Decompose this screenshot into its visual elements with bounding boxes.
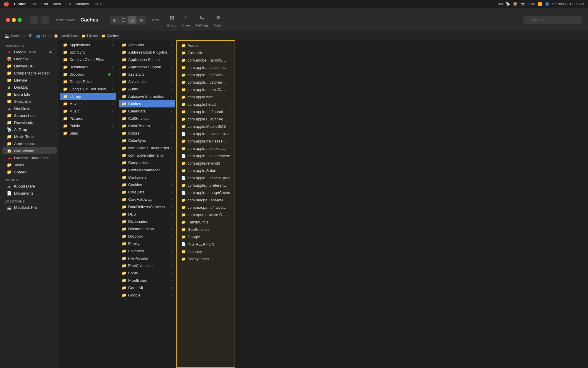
window-close-btn[interactable]	[6, 18, 10, 22]
window-maximize-btn[interactable]	[18, 18, 22, 22]
menubar-finder[interactable]: Finder	[14, 2, 26, 6]
back-button[interactable]: ‹	[30, 16, 38, 24]
column-item[interactable]: 📁Family›	[119, 240, 175, 247]
menubar-edit[interactable]: Edit	[41, 2, 48, 6]
column-item[interactable]: 📁Movies›	[60, 100, 116, 107]
column-item[interactable]: 📁Application Support›	[119, 63, 175, 71]
sidebar-item-evankillham[interactable]: 🏠 evankillham	[2, 147, 57, 154]
column-item[interactable]: 📁Google Dri...not syncing)›	[60, 85, 116, 93]
column-item[interactable]: 📁Public›	[60, 122, 116, 130]
column-item[interactable]: 📁Favorites›	[119, 247, 175, 255]
column-item[interactable]: 📁SentryCrash›	[178, 255, 233, 263]
column-item[interactable]: 📁Dropbox›	[119, 233, 175, 240]
column-item[interactable]: 📁com.apple.helpd›	[178, 101, 233, 108]
sidebar-item-documents[interactable]: 📄 Documents	[2, 190, 57, 197]
column-item[interactable]: 📁Applications›	[60, 41, 116, 49]
menubar-help[interactable]: Help	[94, 2, 102, 6]
menubar-file[interactable]: File	[31, 2, 37, 6]
view-column-btn[interactable]: ⊟	[128, 16, 136, 24]
window-minimize-btn[interactable]	[12, 18, 16, 22]
column-item[interactable]: 📁CallServices›	[119, 115, 175, 122]
column-item[interactable]: 📁GameKit›	[119, 284, 175, 291]
column-item[interactable]: 📁com.opera...tware.Opera›	[178, 211, 233, 218]
column-item[interactable]: 📁com.apple....preferences›	[178, 182, 233, 189]
column-item[interactable]: 📁Documentation›	[119, 225, 175, 233]
view-icon-btn[interactable]: ⊞	[111, 16, 119, 24]
column-item[interactable]: 📄INSTALLATION	[178, 241, 233, 248]
column-item[interactable]: 📁Dictionaries›	[119, 218, 175, 225]
column-item[interactable]: 📁ContainerManager›	[119, 166, 175, 174]
sidebar-item-sketchup[interactable]: 📁 SketchUp	[2, 98, 57, 105]
column-item[interactable]: 📁FamilyCircle›	[178, 218, 233, 226]
pathbar-macintosh-hd[interactable]: 💻 Macintosh HD	[5, 34, 32, 38]
column-item[interactable]: 📁Music›	[60, 107, 116, 115]
column-item[interactable]: 📁com.apple.i...ationAgent›	[178, 115, 233, 123]
column-item[interactable]: 📁Application Scripts›	[119, 56, 175, 63]
column-item[interactable]: 📁com.apple.bird›	[178, 93, 233, 101]
column-item[interactable]: 📁com.apple....pstoreagent›	[178, 79, 233, 86]
column-item[interactable]: 📁com.apple....nfigurations›	[178, 108, 233, 115]
pathbar-evankillham[interactable]: 🏠 evankillham	[54, 34, 78, 38]
sidebar-item-shared[interactable]: 📁 Shared	[2, 168, 57, 175]
column-item[interactable]: 📄com.apple....mageCache	[178, 189, 233, 196]
column-item[interactable]: 📁Address Book Plug-Ins›	[119, 49, 175, 56]
column-item[interactable]: 📁Pictures›	[60, 115, 116, 122]
column-item[interactable]: 📁com.macpa...anMyMac4›	[178, 196, 233, 204]
column-item[interactable]: 📁Autosave Information›	[119, 93, 175, 100]
column-item[interactable]: 📁Colors›	[119, 130, 175, 137]
sidebar-item-macbook-pro[interactable]: 💻 MacBook Pro	[2, 204, 57, 211]
column-item[interactable]: 📁Dropbox›	[60, 71, 116, 78]
pathbar-caches[interactable]: 📁 Caches	[101, 34, 119, 38]
forward-button[interactable]: ›	[41, 16, 49, 24]
column-item[interactable]: 📁com.apple.i...archpartyd›	[119, 144, 175, 152]
column-item[interactable]: 📁Calendars›	[119, 107, 175, 115]
column-item[interactable]: 📁Box Sync›	[60, 49, 116, 56]
column-item[interactable]: 📁ColorPickers›	[119, 122, 175, 130]
pathbar-library[interactable]: 📁 Library	[81, 34, 98, 38]
toolbar-share-btn[interactable]: ↑ Share	[181, 13, 191, 27]
column-item[interactable]: 📁com.apple.internal.ck›	[119, 152, 175, 159]
column-item[interactable]: 📁Assistants›	[119, 78, 175, 85]
sidebar-item-lifewire[interactable]: 📁 Lifewire	[2, 77, 57, 84]
sidebar-item-desktop[interactable]: 🖥 Desktop	[2, 84, 57, 91]
column-item[interactable]: 📁DataDeliveryServices›	[119, 203, 175, 210]
column-item[interactable]: 📁CloudKit	[178, 49, 233, 57]
sidebar-item-extra-life[interactable]: 📁 Extra Life	[2, 91, 57, 98]
column-item[interactable]: 📁Audio›	[119, 85, 175, 93]
sidebar-item-downloads[interactable]: 📁 Downloads	[2, 119, 57, 126]
column-item[interactable]: 📁com.apple.MobileSMS›	[178, 123, 233, 130]
column-item[interactable]: 📁Compositions›	[119, 159, 175, 166]
menubar-view[interactable]: View	[53, 2, 61, 6]
sidebar-item-airdrop[interactable]: 📡 AirDrop	[2, 126, 57, 133]
menubar-go[interactable]: Go	[66, 2, 71, 6]
column-item[interactable]: 📁Cookies›	[119, 181, 175, 188]
column-item[interactable]: 📁Google›	[119, 291, 175, 299]
sidebar-item-taxes[interactable]: 📁 Taxes	[2, 161, 57, 168]
column-item[interactable]: 📁Downloads›	[60, 63, 116, 71]
column-item[interactable]: 📁DES›	[119, 210, 175, 218]
sidebar-item-google-drive[interactable]: ▲ Google Drive ⏏	[2, 48, 57, 55]
column-item[interactable]: 📁Caches›	[119, 100, 175, 107]
column-item[interactable]: 📁Google›	[178, 233, 233, 241]
column-item[interactable]: 📁CoreData›	[119, 188, 175, 196]
toolbar-addtags-btn[interactable]: 🏷 Add Tags	[195, 13, 209, 27]
column-item[interactable]: 📁com.apple....diaServices›	[178, 71, 233, 79]
column-item[interactable]: 📁com.apple.nsurlsessiond›	[178, 137, 233, 145]
column-item[interactable]: 📁FontCollections›	[119, 262, 175, 269]
column-item[interactable]: 📁com.apple....bnailCache›	[178, 86, 233, 93]
view-list-btn[interactable]: ☰	[119, 16, 128, 24]
sidebar-item-onedrive[interactable]: ☁ OneDrive	[2, 105, 57, 112]
column-item[interactable]: 📄com.apple....ecache.plist	[178, 174, 233, 182]
sidebar-item-creative-cloud[interactable]: ☁ Creative Cloud Files	[2, 154, 57, 161]
column-item[interactable]: 📁Adobe›	[178, 42, 233, 49]
column-item[interactable]: 📁GeoServices›	[178, 226, 233, 233]
pathbar-users[interactable]: 👥 Users	[36, 34, 51, 38]
view-gallery-btn[interactable]: ⊠	[137, 16, 145, 24]
sidebar-item-screenshots[interactable]: 📁 Screenshots	[2, 112, 57, 119]
column-item[interactable]: 📁com.adobe...nsport2App›	[178, 57, 233, 64]
column-item[interactable]: 📁com.apple....indexcache›	[178, 145, 233, 152]
column-item[interactable]: 📁Accounts›	[119, 41, 175, 49]
column-item[interactable]: 📁Containers›	[119, 174, 175, 181]
column-item[interactable]: 📁com.apple.remindd›	[178, 160, 233, 167]
sidebar-item-movie-tools[interactable]: 📁 Movie Tools	[2, 133, 57, 140]
